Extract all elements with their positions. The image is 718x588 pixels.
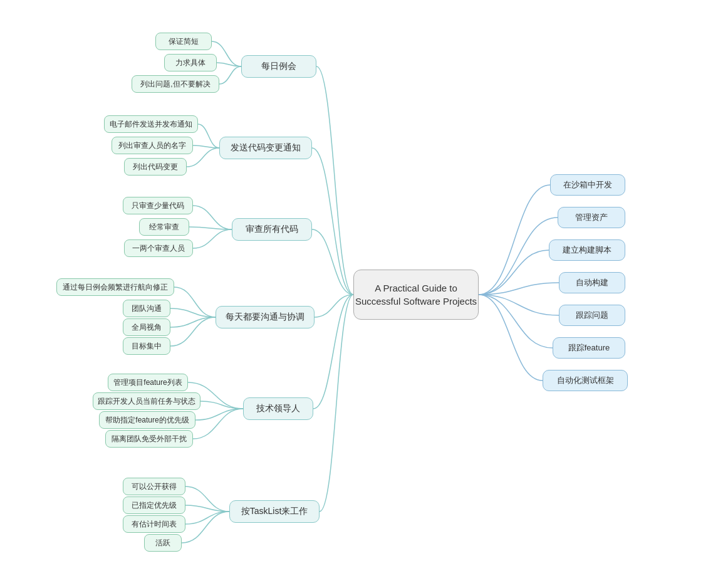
node-node-leaf: 列出审查人员的名字 bbox=[112, 137, 193, 154]
node-node-leaf: 有估计时间表 bbox=[123, 515, 185, 533]
node-node-leaf: 可以公开获得 bbox=[123, 478, 185, 495]
node-node-main: 发送代码变更通知 bbox=[219, 137, 312, 159]
node-node-center: A Practical Guide to Successful Software… bbox=[353, 270, 479, 320]
node-node-leaf: 经常审查 bbox=[139, 218, 189, 236]
node-node-leaf: 活跃 bbox=[144, 534, 182, 552]
node-node-leaf: 力求具体 bbox=[164, 54, 217, 71]
mindmap-canvas: A Practical Guide to Successful Software… bbox=[0, 0, 718, 588]
node-node-leaf: 全局视角 bbox=[123, 318, 170, 336]
node-node-main: 按TaskList来工作 bbox=[229, 500, 320, 523]
node-node-leaf: 一两个审查人员 bbox=[124, 239, 193, 257]
node-node-right: 管理资产 bbox=[558, 207, 625, 228]
node-node-main: 每天都要沟通与协调 bbox=[216, 306, 315, 328]
node-node-leaf: 列出问题,但不要解决 bbox=[132, 75, 219, 93]
node-node-leaf: 列出代码变更 bbox=[124, 158, 187, 176]
node-node-right: 在沙箱中开发 bbox=[550, 174, 625, 196]
node-node-leaf: 通过每日例会频繁进行航向修正 bbox=[56, 278, 174, 296]
node-node-main: 技术领导人 bbox=[243, 397, 313, 420]
node-node-leaf: 已指定优先级 bbox=[123, 496, 185, 514]
node-node-leaf: 管理项目feature列表 bbox=[108, 374, 188, 391]
node-node-leaf: 团队沟通 bbox=[123, 300, 170, 317]
node-node-leaf: 帮助指定feature的优先级 bbox=[99, 411, 195, 429]
node-node-right: 建立构建脚本 bbox=[549, 239, 625, 261]
node-node-leaf: 电子邮件发送并发布通知 bbox=[104, 115, 198, 133]
node-node-right: 跟踪feature bbox=[553, 337, 625, 359]
node-node-main: 每日例会 bbox=[241, 55, 316, 78]
node-node-leaf: 只审查少量代码 bbox=[123, 197, 193, 214]
node-node-main: 审查所有代码 bbox=[232, 218, 312, 241]
node-node-leaf: 保证简短 bbox=[155, 33, 212, 50]
node-node-right: 自动构建 bbox=[559, 272, 625, 293]
node-node-right: 跟踪问题 bbox=[559, 305, 625, 326]
node-node-leaf: 隔离团队免受外部干扰 bbox=[105, 430, 193, 448]
node-node-right: 自动化测试框架 bbox=[543, 370, 628, 391]
node-node-leaf: 目标集中 bbox=[123, 337, 170, 355]
node-node-leaf: 跟踪开发人员当前任务与状态 bbox=[93, 392, 200, 410]
